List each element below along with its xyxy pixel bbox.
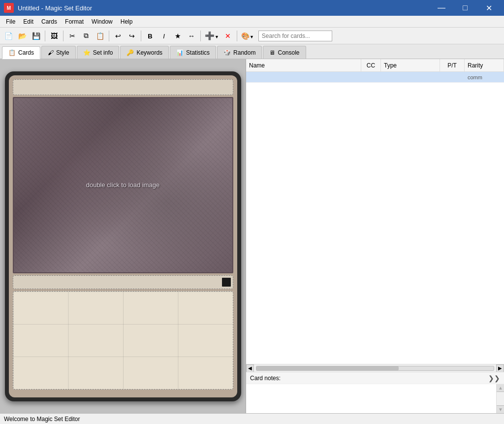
statistics-tab-icon: 📊 <box>176 49 184 56</box>
copy-button[interactable] <box>80 30 93 42</box>
delete-card-icon <box>225 32 231 40</box>
window-title: Untitled - Magic Set Editor <box>18 4 92 12</box>
tab-console[interactable]: 🖥Console <box>263 46 306 59</box>
open-button[interactable] <box>16 30 29 42</box>
keywords-tab-icon: 🔑 <box>126 49 134 56</box>
menu-item-edit[interactable]: Edit <box>19 17 37 26</box>
cut-icon <box>69 32 75 40</box>
tab-style-label: Style <box>56 49 69 56</box>
paste-button[interactable] <box>94 30 106 42</box>
app-icon: M <box>4 3 14 13</box>
symbol-button[interactable] <box>171 30 184 42</box>
toolbar <box>0 28 504 44</box>
scrollbar-track[interactable] <box>256 366 494 371</box>
card-inner: double click to load image <box>9 75 237 397</box>
open-icon <box>18 32 27 40</box>
notes-expand-button[interactable]: ❯❯ <box>488 374 500 382</box>
col-header-rarity[interactable]: Rarity <box>465 59 504 71</box>
italic-button[interactable] <box>158 30 170 42</box>
separator-5 <box>200 31 201 41</box>
tab-cards[interactable]: 📋Cards <box>2 46 40 59</box>
menu-item-help[interactable]: Help <box>117 17 137 26</box>
separator-1 <box>45 31 45 41</box>
card-list-header: Name CC Type P/T Rarity <box>246 59 504 72</box>
status-message: Welcome to Magic Set Editor <box>4 416 80 423</box>
card-text-box <box>13 291 233 390</box>
separator-4 <box>141 31 141 41</box>
close-button[interactable]: ✕ <box>477 0 500 16</box>
col-header-type[interactable]: Type <box>381 59 440 71</box>
color-icon <box>241 32 250 40</box>
notes-scrollbar: ▲ ▼ <box>496 384 504 413</box>
paste-icon <box>96 32 104 40</box>
card-type-icon <box>222 278 231 287</box>
style-tab-icon: 🖌 <box>48 49 54 56</box>
bold-button[interactable] <box>144 30 157 42</box>
menu-item-format[interactable]: Format <box>61 17 88 26</box>
tab-console-label: Console <box>278 49 299 56</box>
add-card-dropdown-icon <box>215 32 219 40</box>
export-button[interactable] <box>48 30 61 42</box>
col-header-name[interactable]: Name <box>246 59 361 71</box>
menu-bar: FileEditCardsFormatWindowHelp <box>0 16 504 28</box>
card-image-label: double click to load image <box>86 181 160 189</box>
color-button[interactable] <box>240 30 255 42</box>
delete-card-button[interactable] <box>221 30 234 42</box>
copy-icon <box>84 32 89 40</box>
symbol-icon <box>175 32 181 40</box>
scrollbar-left-button[interactable]: ◀ <box>246 364 254 372</box>
tab-keywords[interactable]: 🔑Keywords <box>120 46 169 59</box>
save-icon <box>32 32 40 40</box>
scrollbar-thumb[interactable] <box>256 366 399 370</box>
cards-tab-icon: 📋 <box>8 49 16 56</box>
col-header-cc[interactable]: CC <box>361 59 381 71</box>
redo-button[interactable] <box>126 30 138 42</box>
undo-button[interactable] <box>112 30 125 42</box>
main-content: double click to load image Name CC Type … <box>0 59 504 413</box>
card-image-area[interactable]: double click to load image <box>13 97 233 273</box>
bold-icon <box>148 32 152 40</box>
new-button[interactable] <box>2 30 15 42</box>
maximize-button[interactable]: □ <box>454 0 476 16</box>
tab-set-info[interactable]: ⭐Set info <box>77 46 120 59</box>
scrollbar-right-button[interactable]: ▶ <box>496 364 504 372</box>
status-bar: Welcome to Magic Set Editor <box>0 413 504 424</box>
card-notes-content: ▲ ▼ <box>246 384 504 413</box>
notes-scrollbar-up-button[interactable]: ▲ <box>497 384 504 392</box>
search-input[interactable] <box>258 31 332 41</box>
tab-random[interactable]: 🎲Random <box>217 46 262 59</box>
tab-statistics[interactable]: 📊Statistics <box>170 46 216 59</box>
cut-button[interactable] <box>66 30 79 42</box>
card-bottom <box>13 391 233 393</box>
card-panel: double click to load image <box>0 59 246 413</box>
minimize-button[interactable]: — <box>430 0 453 16</box>
keyword-icon <box>188 32 195 40</box>
card-wrapper[interactable]: double click to load image <box>5 71 241 401</box>
right-panel: Name CC Type P/T Rarity comm ◀ ▶ <box>246 59 504 413</box>
card-list: comm <box>246 72 504 364</box>
title-bar-left: M Untitled - Magic Set Editor <box>4 3 92 13</box>
menu-item-cards[interactable]: Cards <box>37 17 61 26</box>
random-tab-icon: 🎲 <box>223 49 231 56</box>
keyword-button[interactable] <box>185 30 198 42</box>
separator-6 <box>237 31 237 41</box>
add-card-icon <box>205 31 215 40</box>
add-card-button[interactable] <box>203 30 220 42</box>
notes-scrollbar-down-button[interactable]: ▼ <box>497 405 504 413</box>
table-row[interactable]: comm <box>246 72 504 83</box>
export-icon <box>51 32 58 40</box>
col-header-pt[interactable]: P/T <box>440 59 465 71</box>
save-button[interactable] <box>30 30 42 42</box>
tab-set-info-label: Set info <box>93 49 113 56</box>
undo-icon <box>115 32 121 40</box>
menu-item-file[interactable]: File <box>2 17 19 26</box>
card-notes-bar: Card notes: ❯❯ <box>246 372 504 384</box>
menu-item-window[interactable]: Window <box>88 17 117 26</box>
tab-style[interactable]: 🖌Style <box>41 46 76 59</box>
title-bar: M Untitled - Magic Set Editor — □ ✕ <box>0 0 504 16</box>
new-icon <box>4 32 13 40</box>
tab-bar: 📋Cards🖌Style⭐Set info🔑Keywords📊Statistic… <box>0 44 504 59</box>
set-info-tab-icon: ⭐ <box>83 49 91 56</box>
tab-cards-label: Cards <box>18 49 34 56</box>
card-title-bar <box>13 79 233 95</box>
